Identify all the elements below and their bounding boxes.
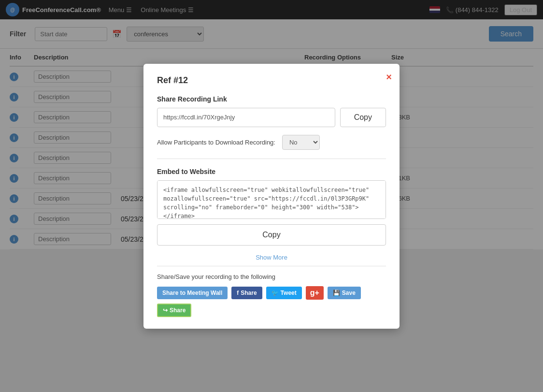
copy-link-button[interactable]: Copy: [340, 108, 386, 127]
allow-download-label: Allow Participants to Download Recording…: [157, 139, 275, 146]
modal-title: Ref #12: [157, 75, 386, 86]
share-link-label: Share Recording Link: [157, 95, 386, 103]
ref-modal: Ref #12 × Share Recording Link Copy Allo…: [143, 64, 400, 250]
allow-download-select[interactable]: No Yes: [282, 135, 320, 150]
copy-embed-button[interactable]: Copy: [157, 224, 386, 246]
embed-code-textarea[interactable]: <iframe allowfullscreen="true" webkitall…: [157, 180, 386, 219]
link-row: Copy: [157, 108, 386, 127]
modal-close-button[interactable]: ×: [386, 72, 392, 83]
recording-link-input[interactable]: [157, 108, 335, 127]
embed-section: Embed to Website <iframe allowfullscreen…: [157, 168, 386, 246]
share-link-section: Share Recording Link Copy: [157, 95, 386, 127]
allow-download-row: Allow Participants to Download Recording…: [157, 135, 386, 159]
modal-overlay: Ref #12 × Share Recording Link Copy Allo…: [0, 0, 543, 249]
embed-label: Embed to Website: [157, 168, 386, 175]
